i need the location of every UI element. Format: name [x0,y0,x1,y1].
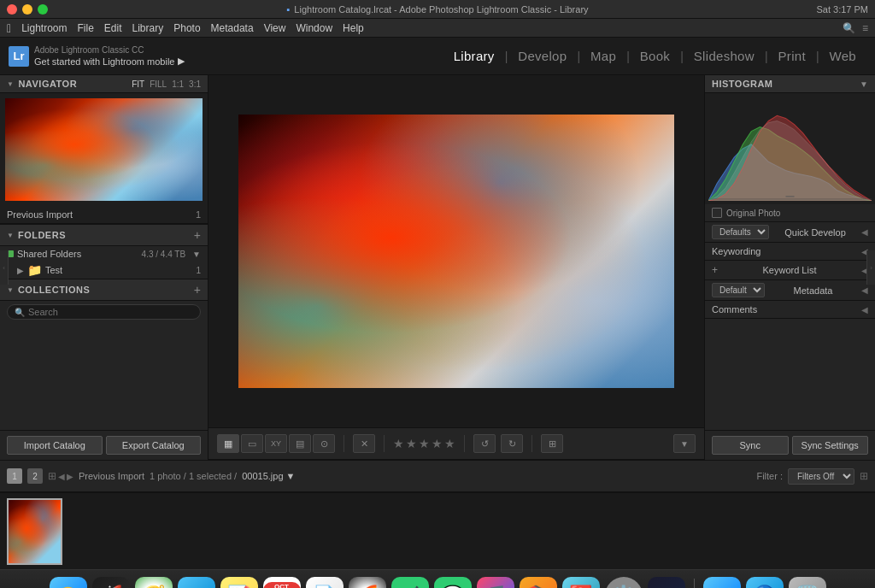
module-print[interactable]: Print [768,49,816,63]
control-strip-icon[interactable]: ≡ [862,22,868,34]
collections-search-input[interactable] [28,307,193,317]
page-1-button[interactable]: 1 [7,468,22,484]
dock-books[interactable]: 📚 [520,577,557,589]
menu-metadata[interactable]: Metadata [211,22,254,34]
dock-finder2[interactable]: 📁 [703,577,741,589]
filmstrip-filter-icon[interactable]: ⊞ [860,470,868,482]
lr-mobile-link[interactable]: Get started with Lightroom mobile ▶ [34,56,185,67]
quick-develop-preset-select[interactable]: Defaults [712,225,769,239]
dock-photos[interactable]: 🌈 [349,577,386,589]
star-5[interactable]: ★ [444,437,455,450]
rotate-left-button[interactable]: ↺ [473,434,496,453]
dock-appstore[interactable]: 🅰️ [562,577,600,589]
collections-label: Collections [18,285,90,295]
module-book[interactable]: Book [630,49,680,63]
import-catalog-button[interactable]: Import Catalog [7,436,103,455]
dock-finder[interactable]: 😊 [50,577,87,589]
dock-lightroom[interactable]: Lr [648,577,685,589]
dock-trash[interactable]: 🗑️ [789,577,826,589]
overlay-button[interactable]: ⊞ [541,434,563,453]
navigator-preview [0,93,208,206]
metadata-collapse[interactable]: ◀ [861,285,868,295]
navigator-header[interactable]: ▼ Navigator FIT FILL 1:1 3:1 [0,75,208,93]
people-view-button[interactable]: ⊙ [313,434,335,453]
grid-view-button[interactable]: ▦ [217,434,239,453]
dock-messages[interactable]: 💬 [434,577,472,589]
minimize-button[interactable] [22,4,32,15]
dock-other[interactable]: 🔵 [746,577,784,589]
histogram-header[interactable]: Histogram ▼ [705,75,875,93]
histogram-collapse[interactable]: ▼ [860,79,868,89]
menu-help[interactable]: Help [343,22,364,34]
toolbar-chevron-button[interactable]: ▼ [673,434,696,453]
menu-edit[interactable]: Edit [104,22,122,34]
test-folder-item[interactable]: ▶ 📁 Test 1 [0,262,208,279]
close-button[interactable] [7,4,17,15]
sync-settings-button[interactable]: Sync Settings [792,436,869,455]
survey-view-button[interactable]: ▤ [289,434,311,453]
dock-facetime[interactable]: 📹 [391,577,429,589]
dock-notes[interactable]: 📝 [220,577,258,589]
menu-file[interactable]: File [78,22,94,34]
search-icon[interactable]: 🔍 [843,22,855,34]
maximize-button[interactable] [38,4,48,15]
apple-menu[interactable]:  [7,21,11,35]
menu-view[interactable]: View [264,22,286,34]
right-panel-collapse[interactable]: › [866,250,875,285]
menu-window[interactable]: Window [296,22,332,34]
star-1[interactable]: ★ [393,437,404,450]
filmstrip-next-button[interactable]: ▶ [67,472,73,481]
left-panel-collapse[interactable]: ‹ [0,250,9,285]
nav-1-1[interactable]: 1:1 [172,79,184,89]
export-catalog-button[interactable]: Export Catalog [106,436,202,455]
comments-collapse[interactable]: ◀ [861,305,868,315]
filmstrip-thumb-1[interactable] [7,498,62,565]
folders-header[interactable]: ▼ Folders + [0,224,208,246]
collections-add-button[interactable]: + [194,283,201,297]
reject-flag-button[interactable]: ✕ [353,434,375,453]
module-develop[interactable]: Develop [508,49,577,63]
dock-safari[interactable]: 🧭 [135,577,173,589]
dock-music[interactable]: 🎵 [477,577,514,589]
module-web[interactable]: Web [819,49,866,63]
collections-header[interactable]: ▼ Collections + [0,279,208,301]
page-2-button[interactable]: 2 [27,468,43,484]
star-4[interactable]: ★ [432,437,443,450]
filmstrip-grid-icon[interactable]: ⊞ [48,470,56,482]
dock-files[interactable]: 📄 [306,577,344,589]
nav-fit[interactable]: FIT [132,79,144,89]
previous-import-row[interactable]: Previous Import 1 [0,206,208,224]
star-2[interactable]: ★ [406,437,417,450]
metadata-preset-select[interactable]: Default [712,283,765,297]
star-rating-group[interactable]: ★ ★ ★ ★ ★ [393,437,455,450]
dock-mail[interactable]: ✉️ [178,577,215,589]
shared-folders-item[interactable]: Shared Folders 4.3 / 4.4 TB ▼ [0,246,208,262]
keyword-list-section[interactable]: + Keyword List ◀ [705,261,875,280]
dock-preferences[interactable]: ⚙️ [605,577,643,589]
rotate-right-button[interactable]: ↻ [501,434,523,453]
quick-develop-collapse[interactable]: ◀ [861,227,868,237]
sync-button[interactable]: Sync [712,436,789,455]
dock-calendar[interactable]: OCT 21 [263,577,301,589]
keywording-section[interactable]: Keywording ◀ [705,243,875,261]
comments-section[interactable]: Comments ◀ [705,301,875,319]
nav-fill[interactable]: FILL [150,79,167,89]
menu-photo[interactable]: Photo [173,22,200,34]
loupe-view-button[interactable]: ▭ [241,434,263,453]
original-photo-checkbox[interactable] [712,208,722,218]
filmstrip-prev-button[interactable]: ◀ [58,472,65,481]
module-slideshow[interactable]: Slideshow [684,49,765,63]
collections-search-box[interactable]: 🔍 [7,304,201,320]
nav-3-1[interactable]: 3:1 [189,79,201,89]
module-library[interactable]: Library [443,49,505,63]
compare-view-button[interactable]: XY [265,434,287,453]
menu-lightroom[interactable]: Lightroom [21,22,67,34]
folders-add-button[interactable]: + [194,228,201,242]
filter-select[interactable]: Filters Off [788,468,854,485]
dock-launchpad[interactable]: 🚀 [92,577,130,589]
keyword-add-icon[interactable]: + [712,264,718,276]
star-3[interactable]: ★ [419,437,430,450]
filmstrip-filename[interactable]: 00015.jpg ▼ [242,471,295,481]
module-map[interactable]: Map [580,49,626,63]
menu-library[interactable]: Library [132,22,164,34]
